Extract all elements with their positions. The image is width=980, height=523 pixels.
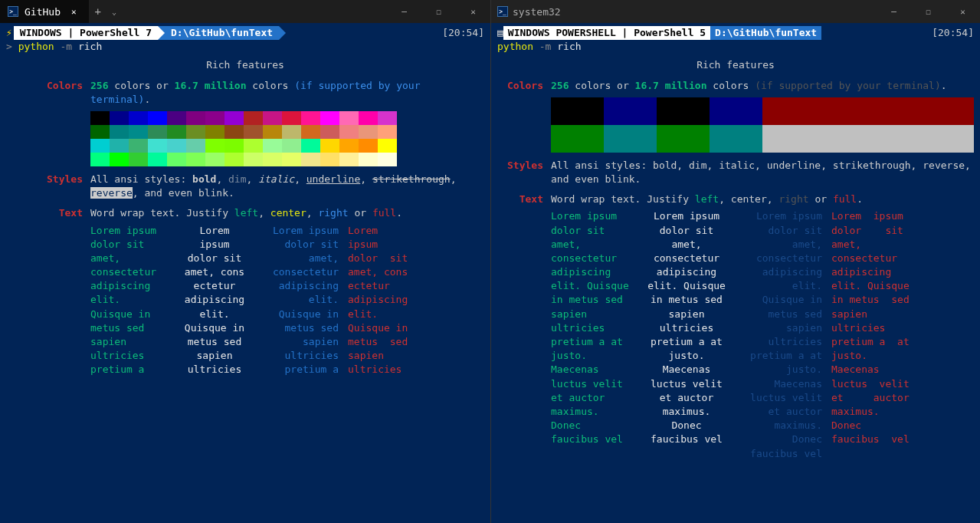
- color-swatch: [551, 97, 604, 125]
- color-swatch: [551, 125, 604, 153]
- tab-add-button[interactable]: +: [89, 5, 107, 18]
- color-swatch: [244, 111, 263, 125]
- color-swatch: [129, 111, 148, 125]
- powershell-icon: >_: [8, 6, 18, 17]
- color-swatch: [378, 125, 397, 139]
- color-swatch: [205, 139, 225, 153]
- justify-columns: Lorem ipsum dolor sit amet, consectetur …: [551, 209, 974, 460]
- color-swatch: [604, 125, 657, 153]
- bolt-icon: ⚡: [6, 26, 14, 40]
- justify-columns: Lorem ipsum dolor sit amet, consectetur …: [90, 224, 484, 377]
- styles-label: Styles: [37, 173, 83, 200]
- color-swatch: [815, 125, 868, 153]
- color-swatch: [148, 125, 167, 139]
- color-swatch: [282, 139, 301, 153]
- color-swatch: [263, 153, 282, 166]
- styles-label: Styles: [497, 159, 543, 186]
- color-swatch: [921, 97, 974, 125]
- color-swatch: [186, 111, 205, 125]
- prompt-symbol: >: [6, 41, 12, 52]
- cmd-python: python: [497, 41, 533, 52]
- color-swatch: [263, 125, 282, 139]
- rich-heading: Rich features: [497, 58, 974, 72]
- minimize-button[interactable]: ─: [877, 7, 911, 17]
- terminal-body-right[interactable]: ▤ WINDOWS POWERSHELL | PowerShell 5 D:\G…: [491, 23, 980, 523]
- color-swatch: [90, 125, 110, 139]
- colors-label: Colors: [497, 79, 543, 93]
- tab-close-icon[interactable]: ✕: [67, 5, 81, 18]
- color-swatch: [339, 111, 359, 125]
- text-section: Text Word wrap text. Justify left, cente…: [37, 206, 484, 377]
- color-swatch: [868, 97, 921, 125]
- terminal-window-left: >_ GitHub ✕ + ⌄ ─ ☐ ✕ ⚡ WINDOWS | PowerS…: [0, 0, 490, 523]
- color-swatch: [657, 125, 710, 153]
- color-swatch: [129, 139, 148, 153]
- styles-section: Styles All ansi styles: bold, dim, itali…: [37, 173, 484, 200]
- arrow-end-icon: [279, 26, 286, 40]
- color-swatch: [359, 125, 378, 139]
- justify-full-col: Lorem ipsum dolor sit amet, consectetur …: [831, 209, 916, 460]
- color-swatch: [359, 139, 378, 153]
- colors-section: Colors 256 colors or 16.7 million colors…: [497, 79, 974, 93]
- prompt-path: D:\GitHub\funText: [165, 26, 279, 40]
- color-swatch: [320, 125, 339, 139]
- tab-dropdown-icon[interactable]: ⌄: [107, 8, 121, 16]
- color-swatch: [205, 153, 225, 166]
- color-swatch: [921, 125, 974, 153]
- powershell-icon: >_: [497, 6, 508, 17]
- color-swatch: [320, 139, 339, 153]
- color-swatch: [301, 139, 320, 153]
- color-swatch: [301, 125, 320, 139]
- color-swatch: [339, 139, 359, 153]
- color-swatch: [359, 153, 378, 166]
- minimize-button[interactable]: ─: [387, 7, 421, 17]
- color-swatch: [225, 125, 244, 139]
- color-swatch-grid: [551, 97, 974, 153]
- color-swatch: [110, 153, 129, 166]
- color-swatch: [186, 139, 205, 153]
- prompt-path: D:\GitHub\funText: [710, 26, 821, 40]
- color-swatch: [282, 125, 301, 139]
- color-swatch: [225, 111, 244, 125]
- color-swatch: [148, 111, 167, 125]
- color-swatch: [110, 125, 129, 139]
- maximize-button[interactable]: ☐: [421, 7, 456, 17]
- maximize-button[interactable]: ☐: [911, 7, 946, 17]
- colors-label: Colors: [37, 79, 83, 107]
- color-swatch: [148, 139, 167, 153]
- justify-right-col: Lorem ipsum dolor sit amet, consectetur …: [738, 209, 822, 460]
- color-swatch: [244, 125, 263, 139]
- prompt-time: [20:54]: [932, 26, 974, 40]
- command-line: python -m rich: [497, 40, 974, 54]
- cmd-python: python: [18, 41, 54, 52]
- text-label: Text: [497, 192, 543, 461]
- justify-left-col: Lorem ipsum dolor sit amet, consectetur …: [90, 224, 167, 377]
- color-swatch: [205, 111, 225, 125]
- close-button[interactable]: ✕: [456, 7, 490, 17]
- cmd-flag: -m: [60, 41, 72, 52]
- justify-center-col: Lorem ipsum dolor sit amet, consectetur …: [644, 209, 729, 460]
- color-swatch: [301, 111, 320, 125]
- tab-github[interactable]: >_ GitHub ✕: [0, 0, 89, 23]
- color-swatch: [359, 111, 378, 125]
- color-swatch: [225, 139, 244, 153]
- color-swatch: [129, 125, 148, 139]
- color-swatch: [339, 125, 359, 139]
- arrow-sep-icon: [158, 26, 165, 40]
- rich-heading: Rich features: [6, 58, 484, 72]
- color-swatch: [167, 125, 186, 139]
- color-swatch: [762, 125, 815, 153]
- prompt-line: ▤ WINDOWS POWERSHELL | PowerShell 5 D:\G…: [497, 26, 974, 40]
- tab-title: GitHub: [25, 6, 61, 18]
- prompt-host: WINDOWS POWERSHELL | PowerShell 5: [503, 26, 710, 40]
- text-section: Text Word wrap text. Justify left, cente…: [497, 192, 974, 461]
- cmd-arg: rich: [557, 41, 581, 52]
- terminal-window-right: >_ system32 ─ ☐ ✕ ▤ WINDOWS POWERSHELL |…: [490, 0, 980, 523]
- window-title: system32: [513, 6, 561, 18]
- color-swatch: [868, 125, 921, 153]
- color-swatch: [244, 139, 263, 153]
- close-button[interactable]: ✕: [946, 7, 980, 17]
- color-swatch: [710, 97, 762, 125]
- terminal-body-left[interactable]: ⚡ WINDOWS | PowerShell 7 D:\GitHub\funTe…: [0, 23, 490, 523]
- color-swatch: [90, 139, 110, 153]
